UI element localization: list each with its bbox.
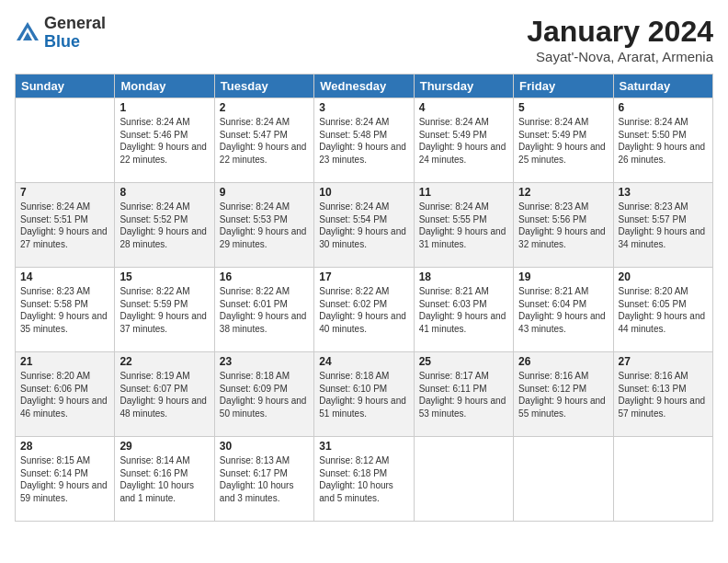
- day-number: 20: [619, 270, 708, 283]
- calendar-cell: 29Sunrise: 8:14 AMSunset: 6:16 PMDayligh…: [115, 437, 214, 522]
- calendar-cell: 7Sunrise: 8:24 AMSunset: 5:51 PMDaylight…: [16, 183, 115, 268]
- calendar-cell: 13Sunrise: 8:23 AMSunset: 5:57 PMDayligh…: [613, 183, 712, 268]
- calendar-cell: 6Sunrise: 8:24 AMSunset: 5:50 PMDaylight…: [613, 98, 712, 183]
- logo-icon: [15, 20, 40, 46]
- logo-text: General Blue: [44, 15, 106, 52]
- day-info: Sunrise: 8:24 AMSunset: 5:47 PMDaylight:…: [220, 116, 309, 166]
- col-monday: Monday: [115, 75, 214, 98]
- day-info: Sunrise: 8:12 AMSunset: 6:18 PMDaylight:…: [319, 454, 408, 504]
- day-number: 3: [319, 101, 408, 114]
- calendar-cell: [514, 437, 613, 522]
- calendar-header-row: Sunday Monday Tuesday Wednesday Thursday…: [16, 75, 713, 98]
- day-info: Sunrise: 8:15 AMSunset: 6:14 PMDaylight:…: [20, 454, 109, 504]
- col-wednesday: Wednesday: [314, 75, 414, 98]
- calendar-week-row: 14Sunrise: 8:23 AMSunset: 5:58 PMDayligh…: [16, 268, 713, 352]
- calendar-table: Sunday Monday Tuesday Wednesday Thursday…: [15, 74, 713, 522]
- day-number: 24: [319, 355, 408, 368]
- day-info: Sunrise: 8:22 AMSunset: 6:01 PMDaylight:…: [220, 285, 309, 335]
- location-title: Sayat'-Nova, Ararat, Armenia: [527, 49, 713, 64]
- calendar-cell: 27Sunrise: 8:16 AMSunset: 6:13 PMDayligh…: [613, 352, 712, 437]
- day-info: Sunrise: 8:24 AMSunset: 5:52 PMDaylight:…: [119, 201, 209, 250]
- day-info: Sunrise: 8:22 AMSunset: 5:59 PMDaylight:…: [119, 285, 209, 335]
- day-info: Sunrise: 8:20 AMSunset: 6:05 PMDaylight:…: [619, 285, 708, 335]
- day-info: Sunrise: 8:24 AMSunset: 5:48 PMDaylight:…: [319, 116, 408, 166]
- calendar-cell: 12Sunrise: 8:23 AMSunset: 5:56 PMDayligh…: [514, 183, 613, 268]
- calendar-cell: 2Sunrise: 8:24 AMSunset: 5:47 PMDaylight…: [214, 98, 313, 183]
- day-number: 31: [319, 440, 408, 453]
- day-info: Sunrise: 8:24 AMSunset: 5:54 PMDaylight:…: [319, 201, 408, 250]
- day-number: 21: [20, 355, 109, 368]
- day-number: 5: [518, 101, 608, 114]
- calendar-cell: 11Sunrise: 8:24 AMSunset: 5:55 PMDayligh…: [414, 183, 513, 268]
- calendar-cell: 15Sunrise: 8:22 AMSunset: 5:59 PMDayligh…: [115, 268, 214, 352]
- day-info: Sunrise: 8:16 AMSunset: 6:12 PMDaylight:…: [518, 370, 608, 419]
- day-info: Sunrise: 8:24 AMSunset: 5:46 PMDaylight:…: [119, 116, 209, 166]
- day-number: 29: [119, 440, 209, 453]
- calendar-week-row: 28Sunrise: 8:15 AMSunset: 6:14 PMDayligh…: [16, 437, 713, 522]
- day-number: 9: [220, 186, 309, 199]
- day-number: 8: [119, 186, 209, 199]
- day-info: Sunrise: 8:18 AMSunset: 6:09 PMDaylight:…: [220, 370, 309, 419]
- day-number: 15: [119, 270, 209, 283]
- day-number: 6: [619, 101, 708, 114]
- calendar-cell: 21Sunrise: 8:20 AMSunset: 6:06 PMDayligh…: [16, 352, 115, 437]
- day-info: Sunrise: 8:24 AMSunset: 5:51 PMDaylight:…: [20, 201, 109, 250]
- day-info: Sunrise: 8:21 AMSunset: 6:04 PMDaylight:…: [518, 285, 608, 335]
- day-number: 23: [220, 355, 309, 368]
- logo-general: General: [44, 15, 106, 33]
- calendar-cell: 14Sunrise: 8:23 AMSunset: 5:58 PMDayligh…: [16, 268, 115, 352]
- calendar-cell: 25Sunrise: 8:17 AMSunset: 6:11 PMDayligh…: [414, 352, 513, 437]
- day-number: 4: [419, 101, 508, 114]
- day-number: 13: [619, 186, 708, 199]
- calendar-cell: [16, 98, 115, 183]
- day-info: Sunrise: 8:24 AMSunset: 5:49 PMDaylight:…: [419, 116, 508, 166]
- day-number: 27: [619, 355, 708, 368]
- day-number: 7: [20, 186, 109, 199]
- calendar-cell: 5Sunrise: 8:24 AMSunset: 5:49 PMDaylight…: [514, 98, 613, 183]
- calendar-cell: 8Sunrise: 8:24 AMSunset: 5:52 PMDaylight…: [115, 183, 214, 268]
- calendar-cell: 10Sunrise: 8:24 AMSunset: 5:54 PMDayligh…: [314, 183, 414, 268]
- day-info: Sunrise: 8:14 AMSunset: 6:16 PMDaylight:…: [119, 454, 209, 504]
- day-number: 16: [220, 270, 309, 283]
- col-sunday: Sunday: [16, 75, 115, 98]
- calendar-cell: 9Sunrise: 8:24 AMSunset: 5:53 PMDaylight…: [214, 183, 313, 268]
- day-info: Sunrise: 8:16 AMSunset: 6:13 PMDaylight:…: [619, 370, 708, 419]
- day-number: 25: [419, 355, 508, 368]
- logo-blue: Blue: [44, 33, 106, 52]
- day-info: Sunrise: 8:23 AMSunset: 5:56 PMDaylight:…: [518, 201, 608, 250]
- header: General Blue January 2024 Sayat'-Nova, A…: [15, 15, 713, 64]
- day-info: Sunrise: 8:19 AMSunset: 6:07 PMDaylight:…: [119, 370, 209, 419]
- day-info: Sunrise: 8:17 AMSunset: 6:11 PMDaylight:…: [419, 370, 508, 419]
- calendar-cell: [613, 437, 712, 522]
- calendar-cell: 22Sunrise: 8:19 AMSunset: 6:07 PMDayligh…: [115, 352, 214, 437]
- day-info: Sunrise: 8:21 AMSunset: 6:03 PMDaylight:…: [419, 285, 508, 335]
- calendar-week-row: 7Sunrise: 8:24 AMSunset: 5:51 PMDaylight…: [16, 183, 713, 268]
- col-thursday: Thursday: [414, 75, 513, 98]
- day-info: Sunrise: 8:22 AMSunset: 6:02 PMDaylight:…: [319, 285, 408, 335]
- day-info: Sunrise: 8:13 AMSunset: 6:17 PMDaylight:…: [220, 454, 309, 504]
- calendar-cell: 23Sunrise: 8:18 AMSunset: 6:09 PMDayligh…: [214, 352, 313, 437]
- day-number: 11: [419, 186, 508, 199]
- day-info: Sunrise: 8:18 AMSunset: 6:10 PMDaylight:…: [319, 370, 408, 419]
- day-number: 18: [419, 270, 508, 283]
- calendar-cell: [414, 437, 513, 522]
- day-number: 14: [20, 270, 109, 283]
- calendar-cell: 30Sunrise: 8:13 AMSunset: 6:17 PMDayligh…: [214, 437, 313, 522]
- col-saturday: Saturday: [613, 75, 712, 98]
- day-number: 17: [319, 270, 408, 283]
- day-info: Sunrise: 8:23 AMSunset: 5:57 PMDaylight:…: [619, 201, 708, 250]
- day-info: Sunrise: 8:24 AMSunset: 5:50 PMDaylight:…: [619, 116, 708, 166]
- calendar-cell: 24Sunrise: 8:18 AMSunset: 6:10 PMDayligh…: [314, 352, 414, 437]
- calendar-week-row: 21Sunrise: 8:20 AMSunset: 6:06 PMDayligh…: [16, 352, 713, 437]
- day-number: 1: [119, 101, 209, 114]
- day-info: Sunrise: 8:24 AMSunset: 5:55 PMDaylight:…: [419, 201, 508, 250]
- day-number: 19: [518, 270, 608, 283]
- day-info: Sunrise: 8:20 AMSunset: 6:06 PMDaylight:…: [20, 370, 109, 419]
- calendar-cell: 4Sunrise: 8:24 AMSunset: 5:49 PMDaylight…: [414, 98, 513, 183]
- calendar-cell: 3Sunrise: 8:24 AMSunset: 5:48 PMDaylight…: [314, 98, 414, 183]
- calendar-cell: 18Sunrise: 8:21 AMSunset: 6:03 PMDayligh…: [414, 268, 513, 352]
- day-number: 22: [119, 355, 209, 368]
- calendar-cell: 26Sunrise: 8:16 AMSunset: 6:12 PMDayligh…: [514, 352, 613, 437]
- calendar-cell: 16Sunrise: 8:22 AMSunset: 6:01 PMDayligh…: [214, 268, 313, 352]
- calendar-cell: 1Sunrise: 8:24 AMSunset: 5:46 PMDaylight…: [115, 98, 214, 183]
